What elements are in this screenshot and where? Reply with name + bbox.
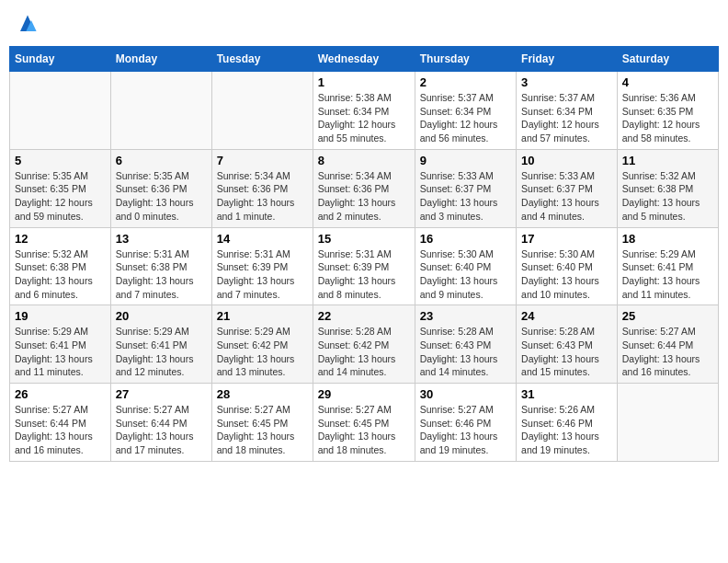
- day-info: Sunrise: 5:29 AM Sunset: 6:41 PM Dayligh…: [116, 325, 207, 379]
- day-info: Sunrise: 5:31 AM Sunset: 6:39 PM Dayligh…: [318, 247, 410, 302]
- day-number: 14: [217, 232, 308, 246]
- calendar-cell: 29Sunrise: 5:27 AM Sunset: 6:45 PM Dayli…: [313, 384, 415, 462]
- calendar-cell: 16Sunrise: 5:30 AM Sunset: 6:40 PM Dayli…: [415, 227, 516, 305]
- calendar-cell: 26Sunrise: 5:27 AM Sunset: 6:44 PM Dayli…: [10, 384, 111, 462]
- day-number: 30: [420, 387, 511, 401]
- calendar-cell: 15Sunrise: 5:31 AM Sunset: 6:39 PM Dayli…: [313, 227, 415, 305]
- day-info: Sunrise: 5:34 AM Sunset: 6:36 PM Dayligh…: [318, 169, 410, 224]
- day-info: Sunrise: 5:38 AM Sunset: 6:34 PM Dayligh…: [318, 91, 410, 145]
- weekday-header-thursday: Thursday: [415, 47, 516, 72]
- day-info: Sunrise: 5:34 AM Sunset: 6:36 PM Dayligh…: [217, 169, 308, 224]
- day-number: 23: [420, 309, 511, 323]
- day-info: Sunrise: 5:31 AM Sunset: 6:39 PM Dayligh…: [217, 247, 308, 302]
- weekday-header-monday: Monday: [110, 47, 211, 72]
- day-number: 27: [116, 387, 207, 401]
- day-number: 21: [217, 309, 308, 323]
- calendar-cell: 22Sunrise: 5:28 AM Sunset: 6:42 PM Dayli…: [313, 305, 415, 384]
- day-number: 10: [521, 154, 612, 167]
- day-number: 3: [521, 75, 612, 89]
- weekday-header-row: SundayMondayTuesdayWednesdayThursdayFrid…: [10, 47, 719, 72]
- day-number: 29: [318, 387, 410, 401]
- day-number: 19: [15, 309, 106, 323]
- day-info: Sunrise: 5:33 AM Sunset: 6:37 PM Dayligh…: [521, 169, 612, 224]
- calendar-cell: [110, 72, 211, 150]
- page-header: [9, 9, 719, 39]
- day-info: Sunrise: 5:27 AM Sunset: 6:44 PM Dayligh…: [622, 325, 713, 379]
- calendar-cell: 17Sunrise: 5:30 AM Sunset: 6:40 PM Dayli…: [517, 227, 618, 305]
- day-info: Sunrise: 5:27 AM Sunset: 6:44 PM Dayligh…: [116, 403, 207, 457]
- day-info: Sunrise: 5:27 AM Sunset: 6:44 PM Dayligh…: [15, 403, 106, 457]
- day-number: 12: [15, 232, 106, 246]
- day-info: Sunrise: 5:27 AM Sunset: 6:45 PM Dayligh…: [318, 403, 410, 457]
- day-number: 1: [318, 75, 410, 89]
- day-number: 26: [15, 387, 106, 401]
- day-info: Sunrise: 5:30 AM Sunset: 6:40 PM Dayligh…: [521, 247, 612, 302]
- calendar-cell: [617, 384, 718, 462]
- calendar-cell: 14Sunrise: 5:31 AM Sunset: 6:39 PM Dayli…: [211, 227, 313, 305]
- calendar-cell: [211, 72, 313, 150]
- week-row-3: 12Sunrise: 5:32 AM Sunset: 6:38 PM Dayli…: [10, 227, 719, 305]
- calendar-cell: 27Sunrise: 5:27 AM Sunset: 6:44 PM Dayli…: [110, 384, 211, 462]
- day-info: Sunrise: 5:31 AM Sunset: 6:38 PM Dayligh…: [116, 247, 207, 302]
- calendar-cell: 6Sunrise: 5:35 AM Sunset: 6:36 PM Daylig…: [110, 149, 211, 227]
- logo-icon: [13, 9, 42, 39]
- day-number: 25: [622, 309, 713, 323]
- calendar-cell: 25Sunrise: 5:27 AM Sunset: 6:44 PM Dayli…: [617, 305, 718, 384]
- day-number: 9: [420, 154, 511, 167]
- calendar-cell: 10Sunrise: 5:33 AM Sunset: 6:37 PM Dayli…: [517, 149, 618, 227]
- calendar-cell: 28Sunrise: 5:27 AM Sunset: 6:45 PM Dayli…: [211, 384, 313, 462]
- calendar-cell: 1Sunrise: 5:38 AM Sunset: 6:34 PM Daylig…: [313, 72, 415, 150]
- calendar-cell: 24Sunrise: 5:28 AM Sunset: 6:43 PM Dayli…: [517, 305, 618, 384]
- weekday-header-tuesday: Tuesday: [211, 47, 313, 72]
- day-info: Sunrise: 5:27 AM Sunset: 6:45 PM Dayligh…: [217, 403, 308, 457]
- day-number: 6: [116, 154, 207, 167]
- day-number: 2: [420, 75, 511, 89]
- day-info: Sunrise: 5:32 AM Sunset: 6:38 PM Dayligh…: [622, 169, 713, 224]
- calendar-cell: 31Sunrise: 5:26 AM Sunset: 6:46 PM Dayli…: [517, 384, 618, 462]
- calendar-table: SundayMondayTuesdayWednesdayThursdayFrid…: [9, 46, 719, 462]
- weekday-header-wednesday: Wednesday: [313, 47, 415, 72]
- calendar-cell: 7Sunrise: 5:34 AM Sunset: 6:36 PM Daylig…: [211, 149, 313, 227]
- day-info: Sunrise: 5:37 AM Sunset: 6:34 PM Dayligh…: [521, 91, 612, 145]
- day-info: Sunrise: 5:37 AM Sunset: 6:34 PM Dayligh…: [420, 91, 511, 145]
- day-number: 13: [116, 232, 207, 246]
- week-row-1: 1Sunrise: 5:38 AM Sunset: 6:34 PM Daylig…: [10, 72, 719, 150]
- day-info: Sunrise: 5:28 AM Sunset: 6:43 PM Dayligh…: [420, 325, 511, 379]
- day-info: Sunrise: 5:33 AM Sunset: 6:37 PM Dayligh…: [420, 169, 511, 224]
- weekday-header-saturday: Saturday: [617, 47, 718, 72]
- day-number: 4: [622, 75, 713, 89]
- day-info: Sunrise: 5:32 AM Sunset: 6:38 PM Dayligh…: [15, 247, 106, 302]
- day-info: Sunrise: 5:29 AM Sunset: 6:41 PM Dayligh…: [15, 325, 106, 379]
- calendar-cell: 19Sunrise: 5:29 AM Sunset: 6:41 PM Dayli…: [10, 305, 111, 384]
- calendar-cell: 5Sunrise: 5:35 AM Sunset: 6:35 PM Daylig…: [10, 149, 111, 227]
- day-number: 31: [521, 387, 612, 401]
- day-info: Sunrise: 5:28 AM Sunset: 6:42 PM Dayligh…: [318, 325, 410, 379]
- day-info: Sunrise: 5:30 AM Sunset: 6:40 PM Dayligh…: [420, 247, 511, 302]
- week-row-5: 26Sunrise: 5:27 AM Sunset: 6:44 PM Dayli…: [10, 384, 719, 462]
- week-row-2: 5Sunrise: 5:35 AM Sunset: 6:35 PM Daylig…: [10, 149, 719, 227]
- calendar-cell: 20Sunrise: 5:29 AM Sunset: 6:41 PM Dayli…: [110, 305, 211, 384]
- calendar-cell: 11Sunrise: 5:32 AM Sunset: 6:38 PM Dayli…: [617, 149, 718, 227]
- calendar-cell: [10, 72, 111, 150]
- day-info: Sunrise: 5:26 AM Sunset: 6:46 PM Dayligh…: [521, 403, 612, 457]
- calendar-cell: 21Sunrise: 5:29 AM Sunset: 6:42 PM Dayli…: [211, 305, 313, 384]
- weekday-header-sunday: Sunday: [10, 47, 111, 72]
- logo: [9, 9, 42, 39]
- day-number: 24: [521, 309, 612, 323]
- day-number: 7: [217, 154, 308, 167]
- day-info: Sunrise: 5:27 AM Sunset: 6:46 PM Dayligh…: [420, 403, 511, 457]
- day-info: Sunrise: 5:29 AM Sunset: 6:41 PM Dayligh…: [622, 247, 713, 302]
- calendar-cell: 8Sunrise: 5:34 AM Sunset: 6:36 PM Daylig…: [313, 149, 415, 227]
- day-info: Sunrise: 5:35 AM Sunset: 6:35 PM Dayligh…: [15, 169, 106, 224]
- calendar-cell: 9Sunrise: 5:33 AM Sunset: 6:37 PM Daylig…: [415, 149, 516, 227]
- calendar-cell: 13Sunrise: 5:31 AM Sunset: 6:38 PM Dayli…: [110, 227, 211, 305]
- calendar-cell: 12Sunrise: 5:32 AM Sunset: 6:38 PM Dayli…: [10, 227, 111, 305]
- day-info: Sunrise: 5:29 AM Sunset: 6:42 PM Dayligh…: [217, 325, 308, 379]
- day-number: 5: [15, 154, 106, 167]
- calendar-cell: 18Sunrise: 5:29 AM Sunset: 6:41 PM Dayli…: [617, 227, 718, 305]
- calendar-cell: 4Sunrise: 5:36 AM Sunset: 6:35 PM Daylig…: [617, 72, 718, 150]
- day-info: Sunrise: 5:28 AM Sunset: 6:43 PM Dayligh…: [521, 325, 612, 379]
- day-number: 15: [318, 232, 410, 246]
- weekday-header-friday: Friday: [517, 47, 618, 72]
- day-info: Sunrise: 5:36 AM Sunset: 6:35 PM Dayligh…: [622, 91, 713, 145]
